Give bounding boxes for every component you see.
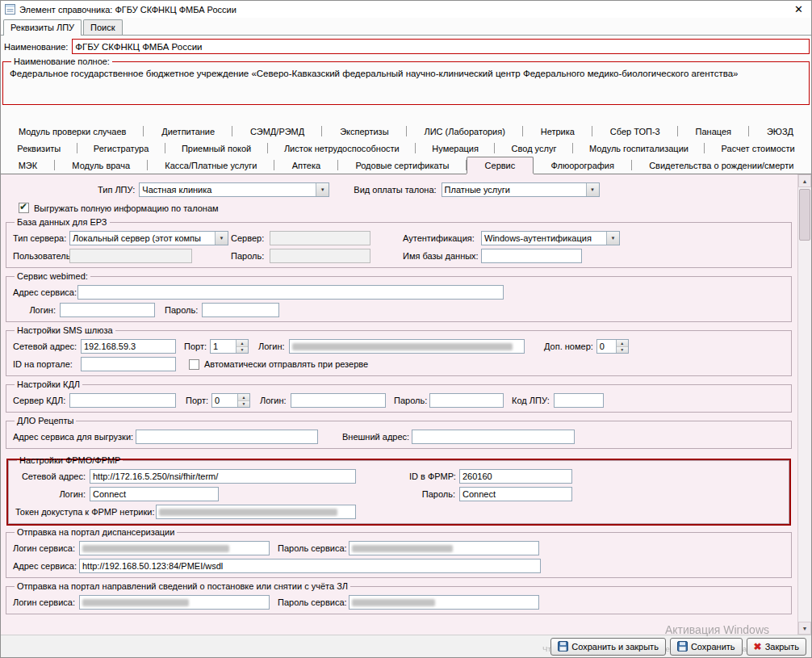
spin-down-icon[interactable]: ▼ — [236, 347, 248, 354]
tab-netrika[interactable]: Нетрика — [523, 123, 592, 140]
tab-doctor-module[interactable]: Модуль врача — [55, 157, 148, 174]
kdl-password-input[interactable] — [429, 393, 504, 408]
sms-extra-stepper[interactable]: 0 ▲▼ — [596, 339, 629, 354]
tab-pharmacy[interactable]: Аптека — [274, 157, 338, 174]
scroll-up-icon[interactable]: ▲ — [798, 174, 811, 187]
disp-password-label: Пароль сервиса: — [278, 543, 349, 553]
auth-label: Аутентификация: — [403, 233, 479, 243]
dbname-input[interactable] — [481, 249, 582, 263]
save-and-close-button[interactable]: Сохранить и закрыть — [550, 638, 666, 656]
erz-password-input — [270, 249, 370, 263]
scrollbar-track[interactable] — [798, 187, 811, 622]
webimed-login-label: Логин: — [13, 305, 60, 315]
chevron-down-icon[interactable]: ▼ — [586, 183, 599, 196]
frmo-login-input[interactable]: Connect — [90, 487, 219, 501]
auto-send-checkbox[interactable] — [189, 359, 199, 370]
disp-address-input[interactable]: http://192.168.50.123:84/PMEI/wsdl — [79, 559, 541, 573]
tab-requisites[interactable]: Реквизиты — [1, 140, 77, 157]
dlo-upload-label: Адрес сервиса для выгрузки: — [13, 432, 136, 442]
kdl-server-input[interactable] — [69, 393, 176, 408]
tab-poisk[interactable]: Поиск — [83, 19, 122, 35]
chevron-down-icon[interactable]: ▼ — [606, 232, 619, 245]
tab-birth-certificates[interactable]: Родовые сертификаты — [338, 157, 467, 174]
tab-panacea[interactable]: Панацея — [678, 123, 749, 140]
spin-up-icon[interactable]: ▲ — [617, 340, 628, 347]
scroll-down-icon[interactable]: ▼ — [798, 622, 811, 635]
sms-login-input[interactable] — [289, 339, 525, 354]
full-info-checkbox[interactable] — [19, 203, 29, 213]
tab-eyuzd[interactable]: ЭЮЗД — [749, 123, 811, 140]
sms-extra-value: 0 — [597, 342, 616, 351]
spin-up-icon[interactable]: ▲ — [236, 340, 248, 347]
tab-rekvizity-lpu[interactable]: Реквизиты ЛПУ — [3, 19, 82, 36]
close-icon[interactable]: ✕ — [791, 4, 806, 15]
sms-portal-id-input[interactable] — [81, 357, 176, 371]
tab-admission[interactable]: Приемный покой — [165, 140, 268, 157]
disp-password-input[interactable] — [349, 541, 539, 555]
chevron-down-icon[interactable]: ▼ — [215, 232, 228, 245]
tab-numeration[interactable]: Нумерация — [416, 140, 495, 157]
tab-sber-top3[interactable]: Сбер ТОП-3 — [592, 123, 678, 140]
spin-down-icon[interactable]: ▼ — [617, 347, 628, 354]
tab-cost-calculation[interactable]: Расчет стоимости — [705, 140, 811, 157]
tab-registry[interactable]: Регистратура — [77, 140, 165, 157]
frmo-password-input[interactable]: Connect — [459, 487, 572, 501]
kdl-login-input[interactable] — [291, 393, 386, 408]
payment-type-select[interactable]: Платные услуги ▼ — [442, 182, 600, 197]
frmo-address-input[interactable]: http://172.16.5.250/nsi/fhir/term/ — [90, 469, 356, 484]
tab-diet-nutrition[interactable]: Диетпитание — [144, 123, 232, 140]
tab-services-summary[interactable]: Свод услуг — [495, 140, 572, 157]
spin-down-icon[interactable]: ▼ — [238, 401, 249, 408]
vertical-scrollbar[interactable]: ▲ ▼ — [797, 174, 811, 635]
disp-login-input[interactable] — [79, 541, 270, 555]
auth-select[interactable]: Windows-аутентификация ▼ — [481, 231, 620, 245]
kdl-server-label: Сервер КДЛ: — [13, 396, 69, 405]
dlo-group-title: ДЛО Рецепты — [15, 416, 76, 425]
uchet-login-input[interactable] — [79, 595, 270, 610]
tab-hospitalization-module[interactable]: Модуль госпитализации — [573, 140, 705, 157]
name-input[interactable]: ФГБУ СКФНКЦ ФМБА России — [72, 39, 810, 54]
uchet-group: Отправка на портал направлений сведений … — [6, 581, 792, 614]
tab-lis-laboratory[interactable]: ЛИС (Лаборатория) — [407, 123, 523, 140]
dlo-external-input[interactable] — [412, 430, 575, 444]
tab-mek[interactable]: МЭК — [1, 157, 55, 174]
frmo-password-label: Пароль: — [409, 489, 459, 499]
kdl-lpu-code-input[interactable] — [554, 393, 604, 408]
tab-expertises[interactable]: Экспертизы — [322, 123, 406, 140]
lpu-type-select[interactable]: Частная клиника ▼ — [139, 182, 329, 197]
chevron-down-icon[interactable]: ▼ — [316, 183, 329, 196]
module-tabs: Модуль проверки случаев Диетпитание СЭМД… — [1, 123, 811, 174]
tab-semd-remd[interactable]: СЭМД/РЭМД — [232, 123, 322, 140]
save-button[interactable]: Сохранить — [670, 638, 743, 656]
redacted-text — [292, 343, 513, 350]
dlo-upload-input[interactable] — [136, 430, 318, 444]
tab-birth-death-certificates[interactable]: Свидетельства о рождении/смерти — [632, 157, 811, 174]
frmr-id-input[interactable]: 260160 — [459, 469, 572, 484]
full-name-text[interactable]: Федеральное государственное бюджетное уч… — [10, 67, 802, 78]
frmo-token-input[interactable] — [156, 505, 356, 519]
close-button[interactable]: ✖ Закрыть — [747, 638, 806, 656]
spin-up-icon[interactable]: ▲ — [238, 394, 249, 401]
tab-cash-paid-services[interactable]: Касса/Платные услуги — [148, 157, 274, 174]
sms-address-input[interactable]: 192.168.59.3 — [81, 339, 176, 354]
kdl-group-title: Настройки КДЛ — [15, 379, 82, 389]
user-input — [69, 249, 192, 263]
tab-service[interactable]: Сервис — [467, 157, 534, 174]
tab-module-check-cases[interactable]: Модуль проверки случаев — [1, 123, 144, 140]
full-info-row: Выгружать полную информацию по талонам — [19, 203, 795, 213]
server-type-select[interactable]: Локальный сервер (этот компы ▼ — [69, 231, 228, 245]
tab-sick-leave[interactable]: Листок нетрудоспособности — [268, 140, 416, 157]
sms-port-stepper[interactable]: 1 ▲▼ — [210, 339, 249, 354]
webimed-address-input[interactable] — [77, 285, 504, 300]
tab-fluorography[interactable]: Флюорография — [534, 157, 632, 174]
top-tab-strip: Реквизиты ЛПУ Поиск — [1, 18, 811, 36]
kdl-group: Настройки КДЛ Сервер КДЛ: Порт: 0 ▲▼ Лог… — [6, 379, 792, 413]
full-name-label: Наименование полное: — [11, 57, 112, 66]
uchet-password-input[interactable] — [349, 595, 539, 610]
webimed-password-input[interactable] — [202, 303, 279, 317]
webimed-login-input[interactable] — [60, 303, 155, 317]
scrollbar-thumb[interactable] — [799, 189, 810, 241]
redacted-text — [159, 509, 337, 516]
kdl-port-stepper[interactable]: 0 ▲▼ — [211, 393, 250, 408]
auto-send-label: Автоматически отправлять при резерве — [204, 359, 368, 369]
